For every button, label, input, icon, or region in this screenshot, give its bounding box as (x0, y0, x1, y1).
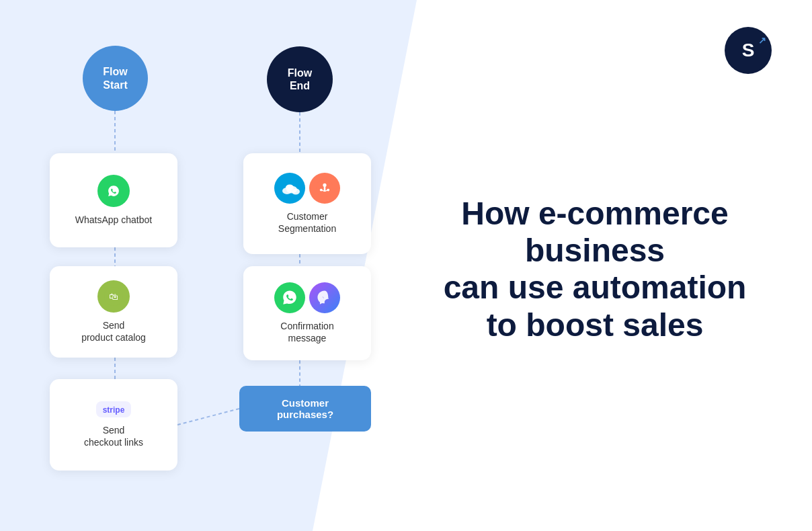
flow-start-node: Flow Start (83, 46, 148, 111)
whatsapp-label: WhatsApp chatbot (75, 214, 152, 226)
svg-text:🛍: 🛍 (109, 291, 118, 302)
page-content: S ↗ Flow Start Flow End WhatsAp (0, 0, 812, 531)
customer-purchases-button[interactable]: Customerpurchases? (239, 386, 371, 432)
messenger-icon (309, 282, 340, 313)
whatsapp-chatbot-card: WhatsApp chatbot (50, 153, 177, 247)
salesforce-icon (274, 173, 305, 204)
confirmation-message-card: Confirmationmessage (243, 266, 371, 360)
checkout-label: Sendcheckout links (84, 424, 143, 448)
purchases-label: Customerpurchases? (277, 397, 333, 420)
stripe-badge: stripe (96, 401, 132, 417)
whatsapp-icon (97, 175, 130, 207)
confirmation-icons (274, 282, 340, 313)
catalog-label: Sendproduct catalog (81, 319, 146, 343)
avatar: S ↗ (725, 27, 772, 74)
headline-text: How e-commerce business can use automati… (417, 195, 773, 343)
svg-point-13 (286, 184, 294, 190)
shopify-icon: 🛍 (97, 280, 130, 313)
send-catalog-card: 🛍 Sendproduct catalog (50, 266, 177, 358)
send-checkout-card: stripe Sendcheckout links (50, 379, 177, 471)
svg-point-15 (323, 183, 326, 187)
customer-segmentation-card: CustomerSegmentation (243, 153, 371, 254)
headline-area: How e-commerce business can use automati… (417, 195, 773, 343)
svg-line-3 (177, 409, 239, 425)
segmentation-label: CustomerSegmentation (278, 210, 336, 235)
flow-end-node: Flow End (267, 46, 333, 112)
segmentation-icons (274, 173, 340, 204)
hubspot-icon (309, 173, 340, 204)
svg-point-12 (292, 188, 300, 194)
whatsapp-confirm-icon (274, 282, 305, 313)
confirmation-label: Confirmationmessage (280, 320, 333, 344)
